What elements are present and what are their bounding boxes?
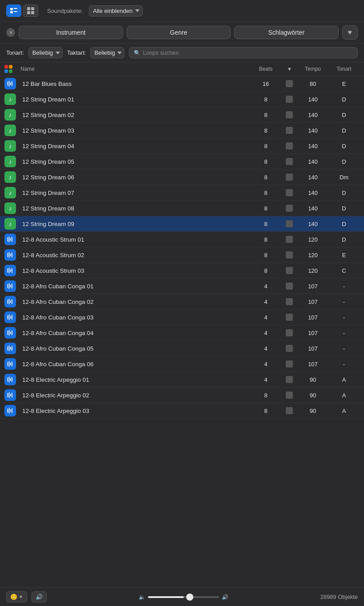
- svg-rect-13: [9, 237, 10, 242]
- row-name-5: 12 String Dream 05: [20, 158, 250, 165]
- search-box[interactable]: 🔍: [129, 47, 358, 58]
- row-fav-14[interactable]: [281, 298, 297, 305]
- table-row[interactable]: 12-8 Acoustic Strum 02 8 120 E: [0, 247, 364, 263]
- row-fav-9[interactable]: [281, 220, 297, 227]
- row-fav-12[interactable]: [281, 267, 297, 274]
- svg-rect-6: [27, 11, 30, 14]
- row-fav-3[interactable]: [281, 127, 297, 134]
- row-beats-6: 8: [250, 174, 281, 181]
- table-row[interactable]: 12-8 Electric Arpeggio 01 4 90 A: [0, 372, 364, 388]
- row-tempo-17: 107: [297, 345, 328, 352]
- row-fav-15[interactable]: [281, 314, 297, 321]
- table-row[interactable]: 12-8 Electric Arpeggio 02 8 90 A: [0, 388, 364, 403]
- row-name-20: 12-8 Electric Arpeggio 02: [20, 392, 250, 399]
- volume-slider[interactable]: [148, 596, 219, 598]
- row-fav-21[interactable]: [281, 407, 297, 414]
- audio-icon: [4, 327, 16, 339]
- row-fav-13[interactable]: [281, 283, 297, 290]
- objects-count: 28989 Objekte: [320, 594, 358, 600]
- table-row[interactable]: 12-8 Afro Cuban Conga 03 4 107 -: [0, 310, 364, 325]
- svg-rect-20: [8, 268, 8, 273]
- table-row[interactable]: ♪ 12 String Dream 08 8 140 D: [0, 201, 364, 216]
- row-fav-4[interactable]: [281, 142, 297, 149]
- row-fav-20[interactable]: [281, 392, 297, 399]
- row-fav-16[interactable]: [281, 329, 297, 336]
- taktart-select[interactable]: Beliebig: [90, 47, 124, 58]
- svg-rect-25: [9, 283, 10, 289]
- speaker-button[interactable]: 🔊: [32, 591, 47, 602]
- row-key-20: A: [328, 392, 360, 399]
- table-row[interactable]: ♪ 12 String Dream 09 8 140 D: [0, 216, 364, 232]
- genre-filter-button[interactable]: Genre: [127, 26, 231, 39]
- audio-icon: [4, 311, 16, 323]
- row-fav-19[interactable]: [281, 376, 297, 383]
- row-fav-18[interactable]: [281, 360, 297, 368]
- svg-rect-46: [10, 363, 11, 365]
- audio-icon: [4, 343, 16, 354]
- table-row[interactable]: 12-8 Afro Cuban Conga 04 4 107 -: [0, 325, 364, 341]
- view-grid-button[interactable]: [23, 4, 38, 17]
- table-row[interactable]: ♪ 12 String Dream 02 8 140 D: [0, 107, 364, 123]
- header-name[interactable]: Name: [20, 66, 250, 72]
- row-beats-5: 8: [250, 158, 281, 165]
- view-list-button[interactable]: [6, 4, 21, 17]
- favorites-filter-button[interactable]: ♥: [342, 25, 358, 40]
- table-row[interactable]: 12-8 Afro Cuban Conga 06 4 107 -: [0, 356, 364, 372]
- schlagwoerter-filter-button[interactable]: Schlagwörter: [234, 26, 339, 39]
- row-name-8: 12 String Dream 08: [20, 205, 250, 212]
- svg-rect-53: [9, 392, 10, 398]
- row-tempo-19: 90: [297, 376, 328, 383]
- row-fav-2[interactable]: [281, 111, 297, 118]
- table-row[interactable]: ♪ 12 String Dream 04 8 140 D: [0, 138, 364, 154]
- row-tempo-0: 80: [297, 81, 328, 87]
- header-tempo[interactable]: Tempo: [297, 66, 328, 72]
- table-row[interactable]: ♪ 12 String Dream 06 8 140 Dm: [0, 170, 364, 185]
- row-name-21: 12-8 Electric Arpeggio 03: [20, 408, 250, 414]
- table-row[interactable]: 12-8 Electric Arpeggio 03 8 90 A: [0, 403, 364, 419]
- speaker-icon: 🔊: [36, 594, 43, 600]
- svg-rect-1: [14, 8, 17, 9]
- header-beats[interactable]: Beats: [250, 66, 281, 72]
- volume-min-icon: 🔈: [139, 594, 145, 600]
- svg-rect-16: [8, 253, 8, 257]
- table-row[interactable]: 12 Bar Blues Bass 16 80 E: [0, 76, 364, 92]
- table-row[interactable]: ♪ 12 String Dream 03 8 140 D: [0, 123, 364, 138]
- svg-rect-41: [9, 346, 10, 351]
- svg-rect-2: [10, 11, 13, 13]
- table-row[interactable]: 12-8 Afro Cuban Conga 05 4 107 -: [0, 341, 364, 356]
- table-row[interactable]: 12-8 Acoustic Strum 01 8 120 D: [0, 232, 364, 247]
- clear-filter-button[interactable]: ✕: [6, 28, 15, 37]
- search-input[interactable]: [143, 49, 353, 56]
- row-fav-1[interactable]: [281, 96, 297, 103]
- row-key-14: -: [328, 299, 360, 305]
- svg-rect-47: [12, 361, 12, 366]
- row-fav-0[interactable]: [281, 80, 297, 87]
- row-fav-11[interactable]: [281, 251, 297, 259]
- table-row[interactable]: 12-8 Afro Cuban Conga 01 4 107 -: [0, 279, 364, 294]
- emoji-button[interactable]: 🙂 ▼: [6, 591, 27, 602]
- row-name-12: 12-8 Acoustic Strum 03: [20, 267, 250, 274]
- tonart-select[interactable]: Beliebig: [28, 47, 63, 58]
- table-row[interactable]: ♪ 12 String Dream 05 8 140 D: [0, 154, 364, 170]
- table-row[interactable]: 12-8 Afro Cuban Conga 02 4 107 -: [0, 294, 364, 310]
- table-row[interactable]: ♪ 12 String Dream 01 8 140 D: [0, 92, 364, 107]
- row-fav-10[interactable]: [281, 236, 297, 243]
- row-fav-8[interactable]: [281, 205, 297, 212]
- filter-bar: ✕ Instrument Genre Schlagwörter ♥: [0, 22, 364, 44]
- row-fav-5[interactable]: [281, 158, 297, 165]
- midi-icon: ♪: [4, 109, 16, 121]
- row-fav-17[interactable]: [281, 345, 297, 352]
- row-fav-6[interactable]: [281, 174, 297, 181]
- svg-rect-4: [27, 7, 30, 10]
- svg-rect-37: [9, 330, 10, 336]
- table-row[interactable]: ♪ 12 String Dream 07 8 140 D: [0, 185, 364, 201]
- row-fav-7[interactable]: [281, 189, 297, 196]
- table-row[interactable]: 12-8 Acoustic Strum 03 8 120 C: [0, 263, 364, 279]
- header-tonart[interactable]: Tonart: [328, 66, 360, 72]
- soundpakete-select[interactable]: Alle einblenden: [89, 5, 143, 16]
- svg-rect-18: [10, 254, 11, 256]
- table-container: Name Beats ♥ Tempo Tonart 12 Bar Blues B…: [0, 62, 364, 587]
- instrument-filter-button[interactable]: Instrument: [19, 26, 123, 39]
- row-key-19: A: [328, 376, 360, 383]
- svg-rect-22: [10, 269, 11, 272]
